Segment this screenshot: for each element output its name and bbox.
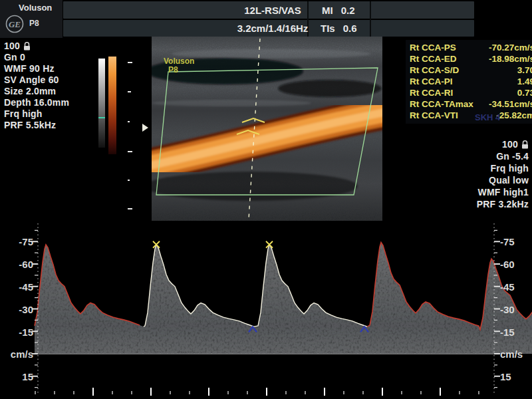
institution-watermark: SKH 4	[475, 112, 500, 122]
header-divider	[370, 1, 371, 37]
bmode-watermark: Voluson P8	[164, 57, 194, 74]
right-param-line: Gn -5.4	[477, 150, 529, 162]
left-parameter-panel: 100 Gn 0 WMF 90 Hz SV Angle 60 Size 2.0m…	[4, 41, 69, 131]
measurement-row: Rt CCA-ED-18.98cm/s	[410, 53, 532, 65]
probe-label: 12L-RS/VAS	[219, 5, 326, 16]
mi-readout: MI0.2	[322, 5, 355, 16]
measurement-value: 0.73	[517, 87, 532, 98]
measurement-value: -25.82cm	[496, 110, 532, 121]
left-param-line: PRF 5.5kHz	[4, 120, 69, 131]
measurement-label: Rt CCA-ED	[410, 53, 457, 65]
depth-ruler-mark	[128, 151, 132, 152]
tis-value: 0.6	[343, 23, 357, 34]
lock-icon	[23, 42, 31, 51]
depth-ruler-mark	[128, 180, 130, 181]
y-axis-tick-label: -30	[8, 304, 33, 315]
right-parameter-panel: 100 Gn -5.4 Frq high Qual low WMF high1 …	[477, 138, 529, 210]
y-axis-tick-label: -15	[8, 327, 33, 338]
mi-value: 0.2	[341, 5, 355, 16]
y-axis-tick-label: -75	[500, 236, 525, 247]
lock-icon	[521, 140, 529, 149]
depth-ruler-mark	[128, 208, 132, 209]
y-axis-tick-label: -75	[8, 236, 33, 247]
measurement-label: Rt CCA-PI	[410, 76, 453, 87]
focus-position-icon	[142, 124, 148, 132]
left-param-line: Size 2.0mm	[4, 86, 69, 97]
measurement-label: Rt CCA-S/D	[410, 65, 459, 76]
ultrasound-screen: Voluson GE P8 12L-RS/VAS MI0.2 3.2cm/1.4…	[0, 0, 532, 399]
grayscale-map-bar	[98, 59, 105, 148]
measurement-row: Rt CCA-PI1.49	[410, 76, 532, 87]
measurement-row: Rt CCA-S/D3.70	[410, 65, 532, 76]
measurement-value: -70.27cm/s	[489, 42, 532, 53]
left-param-line: Frq high	[4, 108, 69, 120]
measurement-results-panel: Rt CCA-PS-70.27cm/s Rt CCA-ED-18.98cm/s …	[406, 40, 532, 124]
brand-name: Voluson	[19, 3, 52, 13]
measurement-value: -34.51cm/s	[489, 98, 532, 110]
svg-text:GE: GE	[9, 19, 21, 29]
grayscale-marker	[98, 117, 105, 118]
measurement-row: Rt CCA-PS-70.27cm/s	[410, 42, 532, 53]
right-param-line: Qual low	[477, 174, 529, 186]
y-axis-tick-label: 15	[500, 371, 525, 382]
measurement-label: Rt CCA-VTI	[410, 110, 458, 121]
ge-logo-icon: GE	[5, 14, 25, 34]
left-param-line: Gn 0	[4, 52, 69, 63]
model-label: P8	[29, 19, 39, 28]
y-axis-unit-label: cm/s	[500, 348, 525, 360]
right-param-line: PRF 3.2kHz	[477, 198, 529, 210]
brand-panel: Voluson GE P8	[0, 0, 63, 38]
depth-ruler-mark	[128, 91, 131, 92]
y-axis-unit-label: cm/s	[8, 348, 33, 360]
measurement-label: Rt CCA-RI	[410, 87, 453, 98]
y-axis-tick-label: -15	[500, 327, 525, 338]
y-axis-tick-label: -30	[500, 304, 525, 315]
right-param-line: Frq high	[477, 162, 529, 174]
left-param-line: SV Angle 60	[4, 74, 69, 86]
measurement-value: -18.98cm/s	[489, 53, 532, 65]
left-power-value: 100	[4, 41, 20, 52]
right-param-line: WMF high1	[477, 186, 529, 198]
mi-label: MI	[322, 5, 333, 16]
y-axis-tick-label: -60	[8, 259, 33, 270]
measurement-value: 1.49	[517, 76, 532, 87]
left-param-line: WMF 90 Hz	[4, 63, 69, 74]
measurement-value: 3.70	[517, 65, 532, 76]
y-axis-tick-label: -45	[500, 281, 525, 293]
depth-freq-label: 3.2cm/1.4/16Hz	[219, 23, 326, 34]
depth-ruler-mark	[128, 62, 132, 63]
right-power-value: 100	[502, 138, 518, 150]
depth-ruler-mark	[128, 121, 130, 122]
bmode-watermark-line2: P8	[168, 66, 194, 74]
tis-readout: TIs0.6	[321, 23, 357, 34]
tis-label: TIs	[321, 23, 335, 34]
spectral-doppler-display	[0, 221, 532, 399]
measurement-label: Rt CCA-PS	[410, 42, 456, 53]
measurement-row: Rt CCA-RI0.73	[410, 87, 532, 98]
y-axis-tick-label: -45	[8, 281, 33, 293]
left-param-line: Depth 16.0mm	[4, 97, 69, 108]
measurement-row: Rt CCA-VTI-25.82cm	[410, 110, 532, 121]
measurement-label: Rt CCA-TAmax	[410, 98, 473, 110]
measurement-row: Rt CCA-TAmax-34.51cm/s	[410, 98, 532, 110]
color-doppler-map-bar	[108, 57, 116, 154]
y-axis-tick-label: -60	[500, 259, 525, 270]
y-axis-tick-label: 15	[8, 371, 33, 382]
